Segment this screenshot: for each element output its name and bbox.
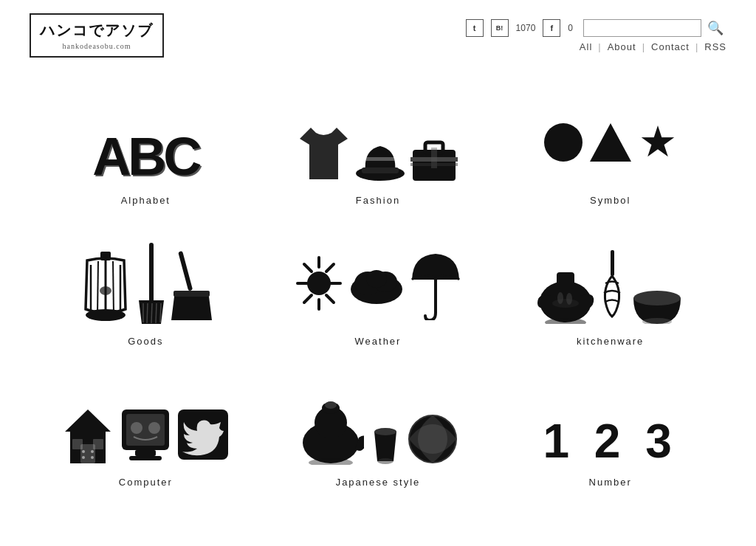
facebook-icon[interactable]: f	[543, 19, 560, 37]
category-japanese[interactable]: Japanese style	[262, 362, 495, 502]
svg-point-45	[633, 291, 681, 305]
svg-point-51	[82, 450, 85, 453]
number-label: Number	[589, 477, 632, 488]
alphabet-icon: ABC	[92, 130, 199, 183]
japanese-icon-area	[298, 384, 458, 465]
suitcase-icon	[409, 135, 459, 183]
symbol-icon-area: ★	[544, 102, 677, 183]
svg-rect-44	[611, 250, 614, 276]
nav-all[interactable]: All	[580, 41, 592, 52]
twitter-icon[interactable]: t	[466, 19, 484, 37]
nav-sep-2: |	[642, 41, 645, 52]
search-bar: 🔍	[583, 19, 726, 37]
svg-rect-2	[365, 157, 396, 161]
logo-english: hankodeasobu.com	[40, 42, 154, 50]
house-icon	[61, 406, 114, 465]
svg-point-41	[545, 318, 586, 324]
category-number[interactable]: 1 2 3 Number	[494, 362, 726, 502]
umbrella-icon	[409, 246, 462, 320]
cloud-icon	[347, 261, 406, 305]
svg-rect-16	[149, 243, 154, 302]
svg-line-31	[326, 264, 334, 272]
category-computer[interactable]: Computer	[30, 362, 262, 502]
nav-sep-3: |	[695, 41, 698, 52]
category-goods[interactable]: Goods	[30, 221, 262, 362]
tshirt-icon	[296, 124, 351, 183]
logo-japanese: ハンコでアソブ	[40, 21, 154, 41]
beachball-icon	[407, 413, 458, 465]
category-symbol[interactable]: ★ Symbol	[494, 80, 726, 221]
svg-line-12	[97, 261, 98, 315]
nav: All | About | Contact | RSS	[580, 41, 726, 52]
search-input[interactable]	[583, 19, 701, 37]
svg-line-13	[113, 261, 114, 315]
social-bar: t B! 1070 f 0	[466, 19, 573, 37]
weather-icon-area	[294, 243, 462, 324]
bowl-icon	[630, 283, 685, 324]
svg-line-29	[304, 264, 312, 272]
japanese-teapot-icon	[298, 395, 364, 465]
svg-point-53	[82, 456, 85, 459]
cup-icon	[370, 424, 401, 465]
star-icon: ★	[639, 121, 677, 164]
svg-rect-57	[135, 450, 156, 456]
header-right: t B! 1070 f 0 🔍 All | About | Contact | …	[466, 19, 726, 52]
dustpan-icon	[171, 250, 212, 324]
svg-point-52	[91, 450, 94, 453]
svg-point-14	[86, 309, 126, 321]
svg-rect-50	[93, 439, 103, 449]
category-alphabet[interactable]: ABC Alphabet	[30, 80, 262, 221]
number-icon-area: 1 2 3	[543, 384, 677, 465]
computer-icon-area	[61, 384, 230, 465]
svg-point-59	[131, 422, 142, 434]
svg-line-20	[156, 303, 157, 323]
svg-rect-39	[557, 272, 574, 288]
svg-rect-7	[410, 163, 458, 166]
logo[interactable]: ハンコでアソブ hankodeasobu.com	[30, 13, 164, 58]
symbol-label: Symbol	[590, 195, 630, 206]
sun-icon	[294, 254, 344, 313]
svg-point-54	[91, 456, 94, 459]
svg-line-21	[160, 303, 161, 322]
hatena-icon[interactable]: B!	[491, 19, 509, 37]
teapot-icon	[536, 258, 595, 324]
broom-icon	[136, 243, 167, 324]
svg-rect-23	[173, 291, 210, 297]
goods-label: Goods	[128, 336, 163, 347]
category-grid: ABC Alphabet F	[0, 58, 756, 517]
svg-line-30	[326, 295, 334, 303]
facebook-count: 0	[568, 23, 573, 33]
nav-about[interactable]: About	[608, 41, 636, 52]
number-icon: 1 2 3	[543, 418, 677, 465]
svg-rect-58	[129, 456, 162, 460]
nav-contact[interactable]: Contact	[651, 41, 690, 52]
category-weather[interactable]: Weather	[262, 221, 495, 362]
svg-point-60	[148, 422, 160, 434]
weather-label: Weather	[355, 336, 402, 347]
svg-point-40	[552, 299, 579, 308]
triangle-icon	[590, 123, 631, 162]
svg-point-65	[325, 401, 337, 409]
svg-rect-1	[362, 167, 399, 173]
svg-point-15	[100, 286, 111, 295]
fashion-label: Fashion	[356, 195, 400, 206]
computer-label: Computer	[119, 477, 173, 488]
kitchenware-label: kitchenware	[577, 336, 644, 347]
svg-point-43	[566, 293, 572, 305]
hat-icon	[354, 135, 406, 183]
svg-point-67	[374, 428, 396, 435]
svg-point-36	[366, 270, 387, 288]
svg-rect-49	[72, 439, 83, 449]
japanese-label: Japanese style	[336, 477, 421, 488]
svg-line-18	[147, 303, 148, 323]
category-kitchenware[interactable]: kitchenware	[494, 221, 726, 362]
search-button[interactable]: 🔍	[704, 20, 726, 36]
hatena-count: 1070	[516, 23, 536, 33]
alphabet-label: Alphabet	[121, 195, 171, 206]
category-fashion[interactable]: Fashion	[262, 80, 495, 221]
svg-point-24	[307, 272, 331, 295]
nav-rss[interactable]: RSS	[704, 41, 726, 52]
svg-line-19	[151, 303, 152, 323]
svg-rect-22	[178, 251, 193, 291]
svg-point-42	[557, 292, 563, 304]
